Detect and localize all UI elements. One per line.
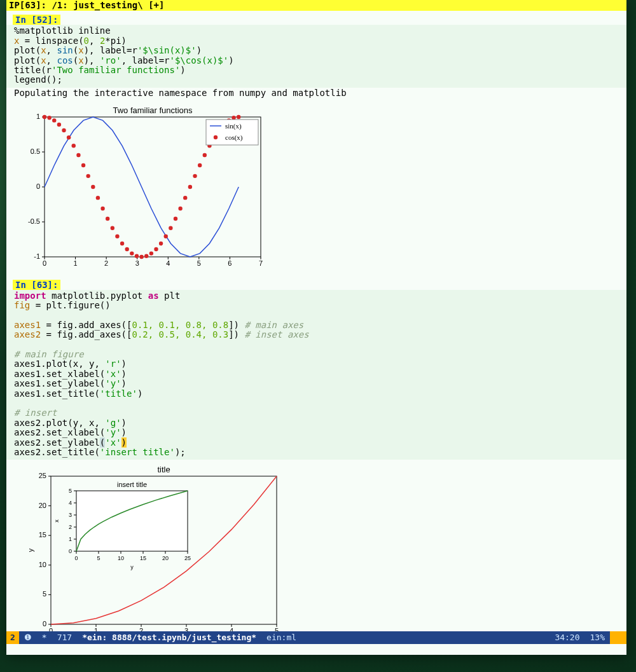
svg-point-32	[62, 128, 66, 132]
svg-point-30	[52, 118, 56, 122]
svg-text:20: 20	[162, 555, 169, 561]
svg-point-36	[81, 163, 85, 167]
svg-text:1: 1	[74, 259, 78, 267]
svg-point-47	[135, 254, 139, 257]
svg-point-68	[237, 115, 240, 119]
svg-text:4: 4	[69, 500, 72, 506]
svg-point-61	[203, 153, 207, 157]
svg-text:2: 2	[104, 259, 108, 267]
scroll-pct: 13%	[585, 633, 610, 642]
svg-point-44	[120, 242, 124, 245]
svg-text:0: 0	[43, 620, 46, 627]
svg-point-38	[91, 185, 95, 189]
svg-point-52	[159, 242, 163, 245]
svg-text:4: 4	[166, 259, 170, 267]
svg-point-57	[183, 196, 187, 200]
svg-text:1: 1	[94, 627, 98, 631]
svg-text:15: 15	[39, 531, 46, 539]
svg-text:-0.5: -0.5	[28, 217, 40, 225]
svg-text:2: 2	[139, 627, 143, 631]
svg-point-50	[149, 251, 153, 255]
modified-indicator: *	[37, 633, 52, 642]
svg-text:Two familiar functions: Two familiar functions	[113, 106, 193, 115]
svg-text:y: y	[130, 564, 134, 570]
svg-text:1: 1	[36, 113, 40, 120]
svg-text:sin(x): sin(x)	[225, 122, 242, 130]
svg-rect-102	[76, 491, 188, 551]
svg-text:3: 3	[135, 259, 139, 267]
svg-text:10: 10	[39, 561, 46, 568]
svg-point-37	[86, 174, 90, 177]
svg-text:x: x	[53, 519, 60, 523]
svg-text:-1: -1	[34, 252, 40, 260]
svg-point-55	[174, 216, 177, 220]
svg-point-58	[188, 185, 192, 189]
svg-text:0: 0	[74, 555, 78, 561]
svg-text:5: 5	[43, 591, 46, 598]
svg-point-34	[72, 144, 76, 147]
svg-text:0: 0	[43, 259, 46, 267]
notebook-cell-52: In [52]: %matplotlib inline x = linspace…	[6, 11, 626, 275]
svg-point-72	[214, 135, 218, 139]
svg-point-56	[178, 207, 182, 210]
major-mode: ein:ml	[261, 633, 301, 642]
svg-point-31	[57, 123, 61, 127]
svg-point-29	[47, 116, 51, 120]
svg-text:0: 0	[36, 182, 40, 190]
svg-text:1: 1	[69, 536, 72, 542]
svg-text:5: 5	[197, 259, 201, 267]
modeline-endcap	[610, 631, 626, 643]
svg-point-49	[144, 254, 148, 257]
svg-point-54	[169, 226, 172, 230]
buffer-content[interactable]: In [52]: %matplotlib inline x = linspace…	[6, 11, 626, 631]
svg-point-28	[43, 115, 46, 119]
tab-bar[interactable]: IP[63]: /1: just_testing\ [+]	[6, 0, 626, 11]
svg-text:5: 5	[275, 627, 279, 631]
svg-point-35	[76, 153, 80, 157]
notebook-cell-63: In [63]: import matplotlib.pyplot as plt…	[6, 276, 626, 632]
svg-point-48	[139, 255, 143, 259]
svg-text:y: y	[27, 549, 34, 552]
chart-inset-axes: 0123450510152025titlexy0510152025012345i…	[19, 462, 286, 631]
svg-text:20: 20	[39, 502, 46, 509]
window-number: ❶	[19, 633, 37, 642]
svg-point-60	[198, 163, 202, 167]
cell-prompt: In [63]:	[13, 280, 60, 290]
svg-text:25: 25	[184, 555, 191, 561]
emacs-frame: IP[63]: /1: just_testing\ [+] In [52]: %…	[6, 0, 626, 655]
code-input[interactable]: import matplotlib.pyplot as plt fig = pl…	[6, 290, 626, 460]
svg-point-43	[115, 234, 119, 238]
cell-stdout: Populating the interactive namespace fro…	[6, 88, 626, 102]
cell-prompt: In [52]:	[13, 15, 60, 25]
mode-line[interactable]: 2 ❶ * 717 *ein: 8888/test.ipynb/just_tes…	[6, 631, 626, 643]
svg-text:3: 3	[184, 627, 188, 631]
svg-text:15: 15	[140, 555, 146, 561]
svg-point-45	[125, 247, 128, 251]
code-input[interactable]: %matplotlib inline x = linspace(0, 2*pi)…	[6, 25, 626, 87]
plot-output-1: 01234567-1-0.500.51Two familiar function…	[6, 102, 626, 272]
svg-text:2: 2	[69, 524, 72, 530]
svg-text:0: 0	[69, 548, 72, 554]
chart-two-familiar-functions: 01234567-1-0.500.51Two familiar function…	[19, 104, 267, 270]
svg-point-53	[164, 234, 168, 238]
svg-text:5: 5	[69, 488, 72, 494]
buffer-name[interactable]: *ein: 8888/test.ipynb/just_testing*	[77, 633, 261, 642]
svg-text:25: 25	[39, 472, 46, 479]
svg-text:3: 3	[69, 512, 72, 518]
svg-point-33	[67, 135, 71, 139]
svg-text:4: 4	[230, 627, 233, 631]
line-count: 717	[52, 633, 77, 642]
svg-point-46	[130, 251, 134, 255]
minibuffer[interactable]	[6, 644, 626, 655]
svg-point-42	[111, 226, 114, 230]
svg-text:7: 7	[259, 259, 263, 267]
svg-text:6: 6	[228, 259, 232, 267]
svg-text:title: title	[157, 465, 170, 474]
workspace-badge[interactable]: 2	[6, 631, 19, 643]
svg-text:cos(x): cos(x)	[225, 134, 243, 142]
svg-point-40	[100, 207, 104, 210]
plot-output-2: 0123450510152025titlexy0510152025012345i…	[6, 460, 626, 631]
svg-text:10: 10	[118, 555, 124, 561]
svg-text:insert title: insert title	[117, 481, 147, 488]
svg-text:0.5: 0.5	[31, 147, 40, 155]
